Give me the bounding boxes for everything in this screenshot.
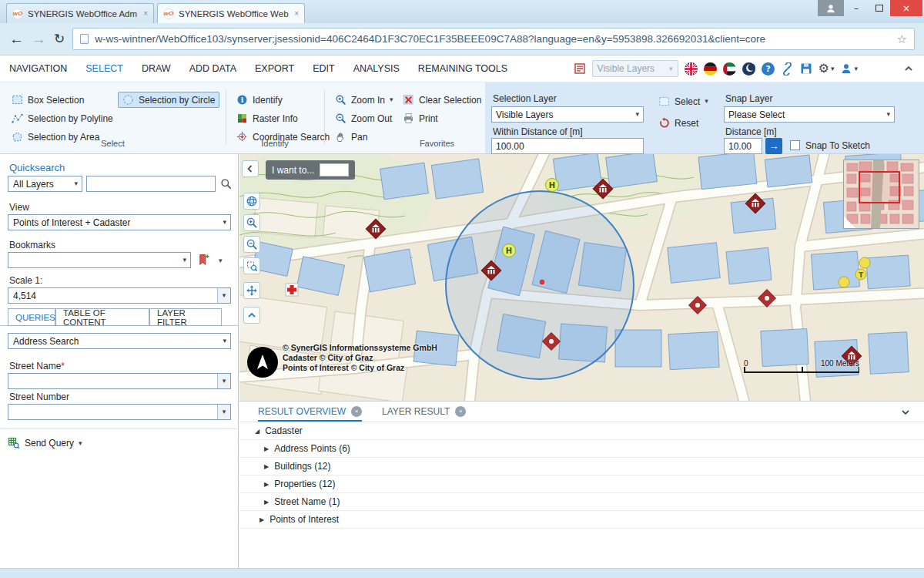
map-zoom-out-button[interactable] (243, 236, 260, 253)
tree-collapsed-icon[interactable]: ▶ (264, 445, 269, 452)
share-link-icon[interactable] (781, 62, 794, 76)
selection-by-circle-button[interactable]: Selection by Circle (118, 92, 219, 108)
scale-combobox[interactable]: 4,514 ▾ (8, 287, 231, 304)
help-icon[interactable]: ? (762, 62, 775, 76)
overview-map[interactable] (843, 160, 919, 229)
collapse-panel-chevron-icon[interactable] (899, 406, 912, 418)
browser-tab-admin[interactable]: wO SYNERGIS WebOffice Adm × (6, 3, 154, 23)
tab-result-overview[interactable]: RESULT OVERVIEW × (258, 402, 362, 422)
bookmark-menu-chevron-icon[interactable]: ▾ (219, 257, 223, 264)
i-want-to-input[interactable] (320, 163, 349, 176)
account-button[interactable]: ▾ (840, 62, 858, 75)
url-field[interactable]: w-ws-wintner/WebOffice103/synserver;jses… (72, 28, 915, 50)
browser-profile-button[interactable] (818, 0, 844, 16)
tram-stop-marker[interactable]: T (855, 269, 866, 280)
tab-close-icon[interactable]: × (294, 9, 299, 18)
visible-layers-filter-icon[interactable] (574, 62, 586, 75)
select-action-button[interactable]: Select ▾ (654, 93, 712, 109)
close-tab-icon[interactable]: × (351, 406, 362, 417)
quicksearch-input[interactable] (86, 176, 216, 192)
tab-close-icon[interactable]: × (143, 9, 148, 18)
map-zoom-in-button[interactable] (243, 214, 260, 231)
apply-distance-button[interactable]: → (765, 138, 782, 154)
print-button[interactable]: Print (399, 110, 442, 126)
save-icon[interactable] (800, 62, 812, 75)
selection-by-polyline-button[interactable]: Selection by Polyline (8, 110, 117, 126)
zoom-out-button[interactable]: Zoom Out (331, 110, 396, 126)
reset-button[interactable]: Reset (654, 115, 702, 131)
tree-collapsed-icon[interactable]: ▶ (259, 516, 264, 523)
quicksearch-layer-select[interactable]: All Layers ▾ (8, 176, 82, 192)
menu-draw[interactable]: DRAW (132, 63, 180, 74)
box-selection-button[interactable]: Box Selection (8, 92, 88, 108)
selection-layer-select[interactable]: Visible Layers ▾ (491, 106, 644, 123)
collapse-ribbon-chevron-icon[interactable] (902, 62, 915, 75)
combo-dropdown-button[interactable]: ▾ (217, 288, 230, 303)
tab-layer-result[interactable]: LAYER RESULT × (382, 402, 466, 422)
language-flag-uae-icon[interactable] (723, 62, 736, 76)
distance-input[interactable]: 10.00 (724, 138, 762, 154)
tree-collapsed-icon[interactable]: ▶ (264, 481, 269, 488)
snap-layer-select[interactable]: Please Select ▾ (724, 106, 895, 123)
send-query-button[interactable]: Send Query ▾ (8, 435, 82, 452)
language-flag-german-icon[interactable] (704, 62, 717, 76)
combo-dropdown-button[interactable]: ▾ (217, 374, 230, 388)
close-tab-icon[interactable]: × (455, 406, 466, 417)
clear-selection-button[interactable]: Clear Selection (399, 92, 485, 108)
pharmacy-marker[interactable] (286, 284, 298, 296)
tree-collapsed-icon[interactable]: ▶ (264, 463, 269, 470)
within-distance-input[interactable]: 100.00 (491, 138, 644, 154)
menu-remaining-tools[interactable]: REMAINING TOOLS (409, 63, 517, 74)
tree-item-properties[interactable]: ▶ Properties (12) (239, 476, 924, 493)
selection-circle[interactable] (446, 191, 634, 379)
snap-to-sketch-checkbox[interactable] (790, 140, 800, 150)
night-mode-moon-icon[interactable] (742, 62, 755, 76)
forward-icon[interactable]: → (32, 32, 46, 46)
search-icon[interactable] (220, 178, 232, 190)
street-number-combobox[interactable]: ▾ (8, 404, 231, 420)
i-want-to-widget[interactable]: I want to... (266, 160, 355, 180)
tree-item-street-name[interactable]: ▶ Street Name (1) (239, 493, 924, 511)
menu-edit[interactable]: EDIT (303, 63, 343, 74)
menu-select[interactable]: SELECT (76, 63, 132, 74)
tab-table-of-content[interactable]: TABLE OF CONTENT (55, 308, 149, 326)
settings-button[interactable]: ⚙ ▾ (819, 62, 835, 75)
tree-collapsed-icon[interactable]: ▶ (264, 499, 269, 506)
hospital-marker[interactable]: H (546, 179, 559, 192)
pan-button[interactable]: Pan (331, 129, 371, 145)
visible-layers-dropdown[interactable]: Visible Layers ▾ (592, 60, 678, 77)
map-viewport[interactable]: H H T I want to... (239, 154, 924, 401)
refresh-icon[interactable]: ↻ (54, 32, 65, 45)
overview-collapse-corner[interactable] (844, 217, 855, 228)
overview-globe-button[interactable] (243, 193, 260, 210)
raster-info-button[interactable]: Raster Info (233, 110, 302, 126)
map-pan-button[interactable] (243, 282, 260, 299)
browser-tab-web[interactable]: wO SYNERGIS WebOffice Web × (157, 3, 305, 23)
tree-expanded-icon[interactable]: ◢ (255, 428, 259, 435)
zoom-in-button[interactable]: Zoom In ▾ (331, 92, 397, 108)
identify-button[interactable]: i Identify (233, 92, 286, 108)
overview-extent-rectangle[interactable] (859, 172, 899, 203)
menu-navigation[interactable]: NAVIGATION (0, 63, 76, 74)
bookmarks-select[interactable]: ▾ (8, 252, 191, 268)
hospital-marker[interactable]: H (503, 244, 516, 257)
back-icon[interactable]: ← (9, 32, 24, 46)
url-text[interactable]: w-ws-wintner/WebOffice103/synserver;jses… (95, 33, 890, 45)
zoom-to-extent-button[interactable] (243, 257, 260, 274)
tab-layer-filter[interactable]: LAYER FILTER (149, 308, 222, 326)
map-tools-collapse-button[interactable] (243, 307, 260, 324)
favorites-star-icon[interactable]: ☆ (897, 32, 907, 46)
tree-item-buildings[interactable]: ▶ Buildings (12) (239, 458, 924, 476)
collapse-sidebar-button[interactable] (242, 160, 259, 177)
menu-analysis[interactable]: ANALYSIS (344, 63, 409, 74)
tree-group-points-of-interest[interactable]: ▶ Points of Interest (239, 511, 924, 529)
menu-add-data[interactable]: ADD DATA (180, 63, 246, 74)
add-bookmark-icon[interactable] (197, 254, 209, 266)
maximize-button[interactable] (869, 0, 890, 16)
query-type-select[interactable]: Address Search ▾ (8, 333, 231, 349)
tree-item-address-points[interactable]: ▶ Address Points (6) (239, 440, 924, 458)
menu-export[interactable]: EXPORT (246, 63, 303, 74)
close-button[interactable]: × (890, 0, 922, 16)
view-select[interactable]: Points of Interest + Cadaster ▾ (8, 214, 231, 230)
language-flag-uk-icon[interactable] (685, 62, 698, 76)
